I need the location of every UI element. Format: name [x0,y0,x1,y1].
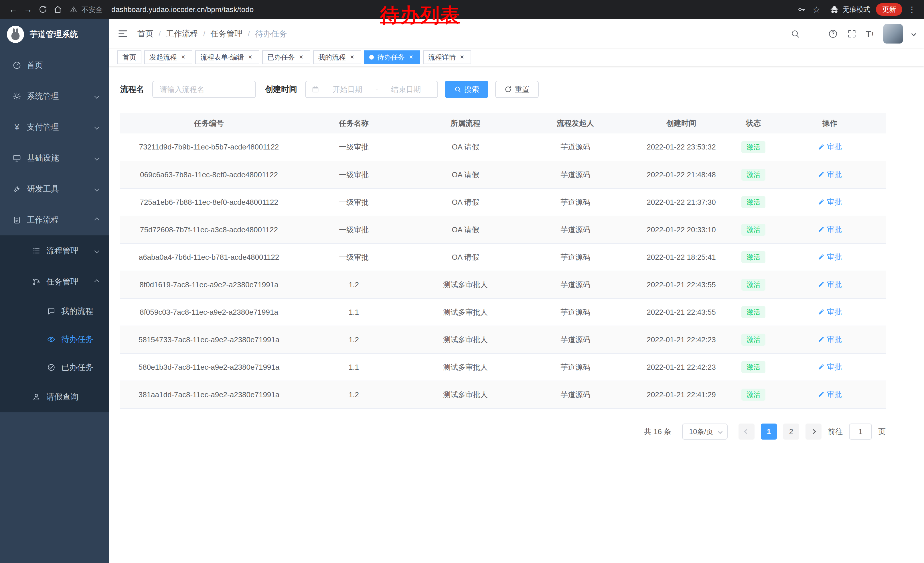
font-size-icon[interactable]: TT [866,30,874,38]
logo-image [7,26,24,43]
col-create-time: 创建时间 [630,113,733,134]
sidebar-item-workflow[interactable]: 工作流程 [0,204,109,236]
browser-menu-icon[interactable] [906,5,918,14]
status-badge: 激活 [741,389,765,401]
github-icon[interactable] [809,29,819,39]
sidebar-item-todo-tasks[interactable]: 待办任务 [0,325,109,353]
task-id-cell: 75d72608-7b7f-11ec-a3c8-acde48001122 [140,225,278,234]
prev-page-button[interactable] [738,423,754,440]
tab-todo-tasks[interactable]: 待办任务 [364,50,420,64]
edit-icon [818,226,825,233]
close-icon[interactable] [407,53,415,61]
chevron-down-icon [718,429,723,434]
key-icon[interactable] [794,2,809,17]
wrench-icon [13,185,21,193]
approve-link[interactable]: 审批 [818,279,842,290]
page-1-button[interactable]: 1 [761,423,777,440]
page-size-select[interactable]: 10条/页 [682,423,728,440]
search-icon [454,86,461,93]
sidebar-collapse-button[interactable] [117,29,128,39]
task-create-time-cell: 2022-01-22 18:25:41 [646,253,716,261]
sidebar-item-done-tasks[interactable]: 已办任务 [0,353,109,381]
col-status: 状态 [733,113,774,134]
approve-link[interactable]: 审批 [818,307,842,317]
table-row: 580e1b3d-7ac8-11ec-a9e2-a2380e71991a 1.1… [120,353,886,381]
breadcrumb-item-task-management[interactable]: 任务管理 [211,29,243,39]
dashboard-icon [13,61,21,70]
goto-page-input[interactable] [849,423,872,440]
chat-icon [47,307,56,315]
main-area: 首页 工作流程 任务管理 待办任务 [109,19,924,563]
browser-chrome: ← → 不安全 dashboard.yudao.iocoder.cn/bpm/t… [0,0,924,19]
close-icon[interactable] [348,53,356,61]
page-2-button[interactable]: 2 [783,423,799,440]
next-page-button[interactable] [806,423,822,440]
task-process-cell: OA 请假 [452,170,479,179]
task-process-cell: OA 请假 [452,253,479,261]
create-time-label: 创建时间 [265,84,297,95]
sidebar-logo[interactable]: 芋道管理系统 [0,19,109,50]
status-badge: 激活 [741,279,765,291]
close-icon[interactable] [458,53,466,61]
address-bar[interactable]: 不安全 dashboard.yudao.iocoder.cn/bpm/task/… [70,5,254,14]
avatar[interactable] [884,24,903,44]
warning-icon [70,6,77,13]
task-name-cell: 一级审批 [339,170,369,179]
breadcrumb-item-workflow[interactable]: 工作流程 [166,29,198,39]
approve-link[interactable]: 审批 [818,225,842,234]
tab-my-process[interactable]: 我的流程 [313,50,361,64]
tab-done-tasks[interactable]: 已办任务 [262,50,310,64]
approve-link[interactable]: 审批 [818,362,842,372]
sidebar-item-home[interactable]: 首页 [0,50,109,81]
tab-process-form-edit[interactable]: 流程表单-编辑 [195,50,260,64]
task-create-time-cell: 2022-01-22 21:37:30 [646,198,716,206]
home-icon[interactable] [50,2,65,17]
approve-link[interactable]: 审批 [818,170,842,180]
approve-link[interactable]: 审批 [818,389,842,399]
edit-icon [818,308,825,315]
sidebar-item-infrastructure[interactable]: 基础设施 [0,143,109,174]
update-button[interactable]: 更新 [876,3,902,16]
sidebar-item-task-management[interactable]: 任务管理 [0,266,109,297]
sidebar-item-process-management[interactable]: 流程管理 [0,236,109,266]
sidebar-item-system[interactable]: 系统管理 [0,81,109,112]
task-process-cell: 测试多审批人 [443,335,488,344]
sidebar-item-label: 首页 [27,60,43,71]
approve-link[interactable]: 审批 [818,142,842,152]
approve-link[interactable]: 审批 [818,252,842,262]
reload-icon[interactable] [36,2,50,17]
approve-link[interactable]: 审批 [818,197,842,207]
close-icon[interactable] [246,53,254,61]
search-button[interactable]: 搜索 [445,81,488,98]
help-icon[interactable] [828,29,838,39]
tab-process-detail[interactable]: 流程详情 [423,50,471,64]
chevron-right-icon [811,429,816,434]
bookmark-star-icon[interactable]: ☆ [809,2,824,17]
sidebar-item-devtools[interactable]: 研发工具 [0,174,109,204]
approve-link[interactable]: 审批 [818,335,842,344]
fullscreen-icon[interactable] [847,29,857,39]
sidebar-item-leave-query[interactable]: 请假查询 [0,381,109,412]
col-task-name: 任务名称 [298,113,410,134]
task-id-cell: 580e1b3d-7ac8-11ec-a9e2-a2380e71991a [138,363,280,371]
close-icon[interactable] [297,53,305,61]
date-range-picker[interactable]: 开始日期 - 结束日期 [305,81,438,98]
sidebar: 芋道管理系统 首页 系统管理 ¥ 支付管理 基础设施 [0,19,109,563]
sidebar-item-payment[interactable]: ¥ 支付管理 [0,112,109,143]
reset-button[interactable]: 重置 [495,81,539,98]
tab-start-process[interactable]: 发起流程 [144,50,192,64]
avatar-caret-icon[interactable] [911,32,916,36]
task-process-cell: OA 请假 [452,198,479,206]
breadcrumb-item-home[interactable]: 首页 [137,29,153,39]
forward-icon[interactable]: → [21,2,36,17]
status-badge: 激活 [741,306,765,318]
search-icon[interactable] [790,29,800,39]
status-badge: 激活 [741,169,765,181]
task-name-cell: 1.2 [349,390,359,399]
tab-home[interactable]: 首页 [117,50,141,64]
back-icon[interactable]: ← [6,2,21,17]
process-name-input[interactable] [152,81,256,98]
sidebar-item-my-process[interactable]: 我的流程 [0,297,109,325]
close-icon[interactable] [179,53,187,61]
col-initiator: 流程发起人 [521,113,630,134]
